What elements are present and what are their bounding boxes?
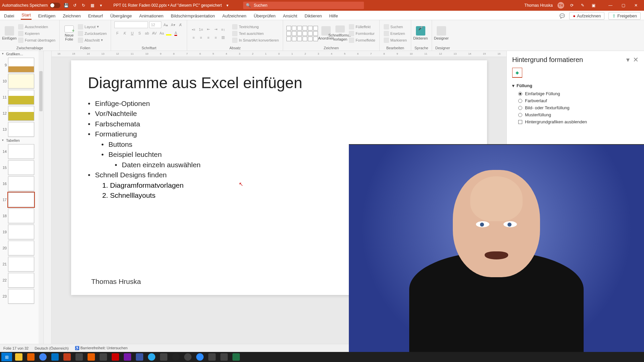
pane-close-icon[interactable]: ✕	[633, 56, 639, 64]
toggle-switch[interactable]	[50, 3, 60, 8]
taskbar-app[interactable]	[207, 353, 217, 361]
taskbar-app[interactable]	[219, 353, 229, 361]
taskbar-app[interactable]	[182, 353, 193, 361]
taskbar-powerpoint[interactable]	[62, 353, 72, 361]
reset-button[interactable]: Zurücksetzen	[77, 31, 107, 37]
bold-button[interactable]: F	[114, 30, 120, 36]
font-family-select[interactable]	[114, 21, 148, 28]
tab-uebergaenge[interactable]: Übergänge	[110, 12, 132, 20]
thumb-11[interactable]: 11	[0, 89, 43, 105]
taskbar-outlook[interactable]	[50, 353, 60, 361]
thumb-16[interactable]: 16	[0, 176, 43, 192]
quick-styles-button[interactable]: Schnellformat- vorlagen	[334, 25, 346, 42]
slide-author[interactable]: Thomas Hruska	[91, 278, 141, 286]
smartart-button[interactable]: In SmartArt konvertieren	[231, 37, 279, 43]
find-button[interactable]: Suchen	[383, 24, 408, 30]
tab-aufzeichnen[interactable]: Aufzeichnen	[222, 12, 247, 20]
shapes-gallery[interactable]	[286, 26, 318, 41]
tab-zeichnen[interactable]: Zeichnen	[62, 12, 81, 20]
text-align-v-button[interactable]: Text ausrichten	[231, 31, 279, 37]
thumbs-scrollbar[interactable]	[39, 51, 43, 344]
strike-button[interactable]: S	[137, 30, 143, 36]
dictate-button[interactable]: 🎤Diktieren	[415, 25, 427, 42]
qat-more-icon[interactable]: ▾	[98, 2, 104, 8]
tab-start[interactable]: Start	[21, 11, 31, 20]
align-right-icon[interactable]: ≡	[205, 35, 211, 41]
copy-button[interactable]: Kopieren	[17, 31, 56, 37]
status-lang[interactable]: Deutsch (Österreich)	[35, 346, 68, 350]
thumb-14[interactable]: 14	[0, 143, 43, 160]
record-button[interactable]: ●Aufzeichnen	[569, 12, 604, 20]
present-from-start-icon[interactable]: ▦	[89, 2, 95, 8]
align-justify-icon[interactable]: ≡	[213, 35, 219, 41]
taskbar-visio[interactable]	[134, 353, 145, 361]
share-button[interactable]: ⇧Freigeben	[608, 12, 641, 20]
thumb-22[interactable]: 22	[0, 272, 43, 288]
new-slide-button[interactable]: +Neue Folie	[63, 25, 75, 42]
align-left-icon[interactable]: ≡	[191, 35, 197, 41]
user-name[interactable]: Thomas Hruska	[524, 3, 553, 8]
undo-icon[interactable]: ↺	[72, 2, 78, 8]
status-slide[interactable]: Folie 17 von 32	[3, 346, 29, 350]
comments-icon[interactable]: 💬	[559, 13, 565, 19]
effects-button[interactable]: Formeffekte	[348, 37, 376, 43]
fill-button[interactable]: Fülleffekt	[348, 24, 376, 30]
align-center-icon[interactable]: ≡	[198, 35, 204, 41]
thumb-20[interactable]: 20	[0, 240, 43, 256]
thumb-13[interactable]: 13	[0, 121, 43, 137]
thumb-9[interactable]: 9	[0, 57, 43, 73]
bullet[interactable]: Formatierung	[88, 129, 470, 139]
cut-button[interactable]: Ausschneiden	[17, 24, 56, 30]
taskbar-chrome[interactable]	[38, 353, 48, 361]
taskbar-app[interactable]	[110, 353, 121, 361]
thumb-12[interactable]: 12	[0, 105, 43, 121]
shadow-button[interactable]: ab	[144, 30, 150, 36]
outline-button[interactable]: Formkontur	[348, 31, 376, 37]
redo-icon[interactable]: ↻	[80, 2, 87, 8]
start-button[interactable]: ⊞	[1, 353, 12, 361]
bullet[interactable]: Einfüge-Optionen	[88, 99, 470, 109]
highlight-icon[interactable]	[166, 34, 171, 36]
font-size-select[interactable]: 12	[149, 21, 161, 28]
tab-einfuegen[interactable]: Einfügen	[38, 12, 56, 20]
radio-pattern-fill[interactable]: Musterfüllung	[512, 111, 639, 118]
window-mode-icon[interactable]: ▣	[590, 2, 596, 8]
thumb-17[interactable]: 17	[0, 192, 43, 208]
numbering-icon[interactable]: 1≡	[198, 26, 204, 33]
pane-collapse-icon[interactable]: ▾	[626, 56, 630, 64]
sync-icon[interactable]: ⟳	[569, 2, 575, 8]
taskbar-app[interactable]	[158, 353, 169, 361]
taskbar-telegram[interactable]	[146, 353, 157, 361]
spacing-button[interactable]: AV	[151, 30, 157, 36]
autosave-toggle[interactable]: Automatisches Speichern	[2, 3, 60, 8]
text-direction-button[interactable]: Textrichtung	[231, 24, 279, 30]
linespacing-icon[interactable]: ≡↕	[220, 26, 226, 33]
case-button[interactable]: Aa	[159, 30, 165, 36]
status-accessibility[interactable]: ♿ Barrierefreiheit: Untersuchen	[75, 346, 128, 350]
designer-button[interactable]: Designer	[435, 25, 447, 42]
tab-animationen[interactable]: Animationen	[139, 12, 164, 20]
section-grafiken[interactable]: Grafiken...	[0, 51, 43, 57]
columns-icon[interactable]: ▥	[220, 35, 226, 41]
taskbar-zoom[interactable]	[195, 353, 205, 361]
avatar[interactable]: TH	[557, 2, 564, 9]
paste-button[interactable]: Einfügen	[3, 25, 15, 42]
format-painter-button[interactable]: Format übertragen	[17, 37, 56, 43]
close-button[interactable]: ✕	[630, 1, 642, 9]
thumb-18[interactable]: 18	[0, 208, 43, 224]
tab-datei[interactable]: Datei	[3, 12, 15, 20]
font-color-icon[interactable]: A	[173, 30, 179, 36]
search-input[interactable]: 🔍 Suchen	[243, 2, 364, 9]
tab-bildschirm[interactable]: Bildschirmpräsentation	[170, 12, 216, 20]
thumb-15[interactable]: 15	[0, 160, 43, 176]
tab-diktieren[interactable]: Diktieren	[304, 12, 322, 20]
maximize-button[interactable]: ▢	[617, 1, 629, 9]
radio-gradient-fill[interactable]: Farbverlauf	[512, 97, 639, 104]
thumb-19[interactable]: 19	[0, 224, 43, 240]
fill-tab-icon[interactable]: ◆	[512, 68, 522, 78]
check-hide-bg-graphics[interactable]: Hintergrundgrafiken ausblenden	[512, 118, 639, 125]
slide-title[interactable]: Diagramme aus Excel einfügen	[88, 74, 470, 92]
thumb-23[interactable]: 23	[0, 288, 43, 304]
title-chevron-icon[interactable]: ▾	[224, 2, 230, 8]
radio-solid-fill[interactable]: Einfarbige Füllung	[512, 90, 639, 97]
